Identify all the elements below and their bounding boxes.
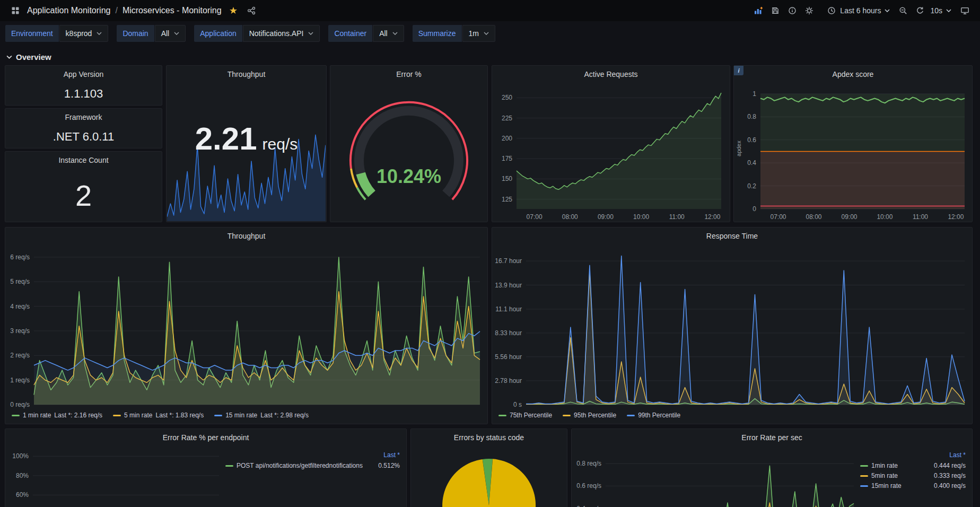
legend-item[interactable]: 1 min rateLast *: 2.16 req/s [12,412,102,419]
chevron-down-icon [97,32,102,35]
favorite-star-icon[interactable] [225,3,241,19]
legend-item[interactable]: 15 min rateLast *: 2.98 req/s [214,412,309,419]
panel-title[interactable]: Error Rate per sec [741,433,802,442]
variable-summarize[interactable]: Summarize 1m [413,25,495,42]
svg-text:11.1 hour: 11.1 hour [495,305,522,313]
legend-series-value: Last *: 1.83 req/s [155,412,204,419]
row-overview-toggle[interactable]: Overview [0,46,980,64]
variable-application[interactable]: Application Notifications.API [194,25,320,42]
svg-text:08:30: 08:30 [181,409,197,410]
variable-label: Summarize [413,25,462,42]
breadcrumb-current[interactable]: Microservices - Monitoring [121,6,223,15]
svg-text:12:00: 12:00 [453,409,469,410]
panel-title[interactable]: Throughput [228,232,266,240]
panel-error-rate-per-sec: Error Rate per sec 0 req/s0.2 req/s0.4 r… [571,429,973,507]
legend-item[interactable]: 99th Percentile [627,412,680,419]
stat-value: 2 [75,178,92,213]
legend-item[interactable]: 5 min rateLast *: 1.83 req/s [113,412,204,419]
legend-header[interactable]: Last * [949,451,966,459]
panel-title[interactable]: Throughput [228,70,266,78]
svg-text:07:00: 07:00 [527,213,542,221]
panel-title[interactable]: Apdex score [833,70,874,78]
add-panel-icon[interactable] [750,3,766,19]
panel-errors-by-status-code: Errors by status code [410,429,567,507]
panel-title[interactable]: Framework [65,113,102,121]
panel-title[interactable]: Error % [396,70,421,78]
panel-title[interactable]: Active Requests [584,70,637,78]
breadcrumb-separator: / [115,6,117,15]
svg-text:07:00: 07:00 [65,409,81,410]
svg-text:12:00: 12:00 [948,213,964,221]
legend-series-label: 1min rate [871,462,925,469]
apps-menu-icon[interactable] [7,3,23,19]
errors-by-status-pie-chart[interactable] [411,446,567,507]
variable-environment[interactable]: Environment k8sprod [5,25,108,42]
svg-text:08:00: 08:00 [633,409,649,410]
legend-item[interactable]: POST api/notifications/getfilterednotifi… [225,462,400,469]
legend-series-marker [860,465,868,467]
svg-text:0.2: 0.2 [747,182,756,190]
legend-series-label: 5min rate [871,472,925,479]
panel-info-corner-icon[interactable]: i [734,66,743,75]
breadcrumb-root[interactable]: Application Monitoring [25,6,112,15]
refresh-interval-dropdown[interactable]: 10s [929,4,956,17]
stat-value: 2.21 req/s [167,120,326,157]
variable-domain[interactable]: Domain All [117,25,186,42]
variable-container[interactable]: Container All [328,25,404,42]
svg-text:07:30: 07:30 [594,409,610,410]
svg-text:09:00: 09:00 [709,409,725,410]
legend-series-value: 0.333 req/s [934,472,966,479]
zoom-out-icon[interactable] [895,3,911,19]
active-requests-chart[interactable]: 12515017520022525007:0008:0009:0010:0011… [492,83,730,222]
legend-item[interactable]: 15min rate0.400 req/s [860,482,966,489]
svg-text:08:00: 08:00 [142,409,158,410]
share-icon[interactable] [243,3,259,19]
dashboard-settings-gear-icon[interactable] [801,3,817,19]
save-dashboard-icon[interactable] [767,3,783,19]
svg-text:225: 225 [502,115,512,122]
legend-series-label: 75th Percentile [510,412,552,419]
legend-header[interactable]: Last * [383,451,400,459]
legend-item[interactable]: 1min rate0.444 req/s [860,462,966,469]
svg-text:12:00: 12:00 [704,213,720,221]
svg-text:09:00: 09:00 [220,409,236,410]
legend: Last *1min rate0.444 req/s5min rate0.333… [858,446,972,507]
panel-title[interactable]: Response Time [706,232,758,240]
response-time-chart[interactable]: 0 s2.78 hour5.56 hour8.33 hour11.1 hour1… [492,244,972,410]
apdex-score-chart[interactable]: 00.20.40.60.8107:0008:0009:0010:0011:001… [734,83,972,222]
legend-item[interactable]: 5min rate0.333 req/s [860,472,966,479]
panel-active-requests: Active Requests 12515017520022525007:000… [492,65,730,222]
legend-item[interactable]: 75th Percentile [498,412,552,419]
chevron-down-icon [174,32,179,35]
svg-text:11:30: 11:30 [414,409,430,410]
error-percent-gauge[interactable]: 10.24% [330,83,487,222]
legend: Last *POST api/notifications/getfiltered… [223,446,406,507]
refresh-icon[interactable] [912,3,928,19]
stat-unit: req/s [262,135,298,153]
svg-text:10:30: 10:30 [336,409,352,410]
panel-title[interactable]: Errors by status code [454,433,524,442]
chevron-down-icon [392,32,398,35]
panel-title[interactable]: Instance Count [58,156,108,164]
kiosk-tv-icon[interactable] [957,3,973,19]
svg-text:11:00: 11:00 [913,213,928,221]
error-rate-endpoint-chart[interactable]: 0%20%40%60%80%100% [5,446,223,507]
throughput-timeseries-chart[interactable]: 0 req/s1 req/s2 req/s3 req/s4 req/s5 req… [5,244,487,410]
legend-series-label: 5 min rate [124,412,152,419]
panel-title[interactable]: Error Rate % per endpoint [163,433,249,442]
info-icon[interactable] [784,3,800,19]
error-rate-per-sec-chart[interactable]: 0 req/s0.2 req/s0.4 req/s0.6 req/s0.8 re… [572,446,858,507]
svg-text:08:00: 08:00 [806,213,821,221]
panel-title[interactable]: App Version [64,70,104,78]
section-title: Overview [16,53,51,62]
svg-text:13.9 hour: 13.9 hour [495,282,522,289]
svg-text:10:00: 10:00 [877,213,892,221]
svg-text:80%: 80% [16,472,29,479]
legend-item[interactable]: 95th Percentile [563,412,616,419]
svg-text:0.6 req/s: 0.6 req/s [576,482,601,489]
variables-bar: Environment k8sprod Domain All Applicati… [0,21,980,46]
time-range-picker[interactable]: Last 6 hours [822,4,894,18]
legend-series-marker [563,415,571,416]
panel-app-version: App Version 1.1.103 [5,65,162,106]
svg-text:8.33 hour: 8.33 hour [495,329,522,337]
